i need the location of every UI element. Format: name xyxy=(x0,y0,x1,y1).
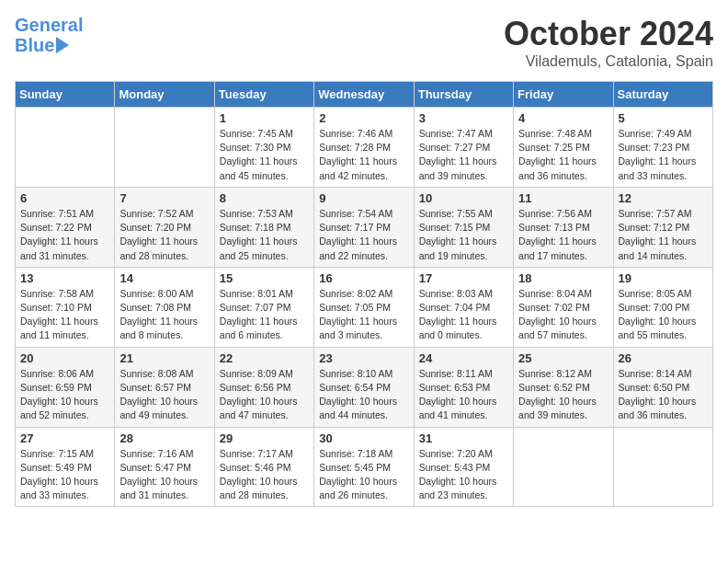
day-number: 9 xyxy=(319,191,408,205)
weekday-header: Friday xyxy=(514,82,613,108)
calendar-cell xyxy=(16,108,115,188)
weekday-header: Saturday xyxy=(613,82,712,108)
day-info: Sunrise: 7:16 AMSunset: 5:47 PMDaylight:… xyxy=(119,447,209,503)
calendar-cell: 20Sunrise: 8:06 AMSunset: 6:59 PMDayligh… xyxy=(16,347,115,427)
day-number: 30 xyxy=(319,431,408,445)
day-number: 4 xyxy=(518,111,608,125)
calendar-cell: 22Sunrise: 8:09 AMSunset: 6:56 PMDayligh… xyxy=(214,347,313,427)
day-number: 1 xyxy=(220,111,309,125)
calendar-cell: 9Sunrise: 7:54 AMSunset: 7:17 PMDaylight… xyxy=(314,187,414,267)
title-area: October 2024 Vilademuls, Catalonia, Spai… xyxy=(504,15,713,70)
weekday-header: Wednesday xyxy=(314,82,414,108)
calendar-cell: 12Sunrise: 7:57 AMSunset: 7:12 PMDayligh… xyxy=(613,187,712,267)
day-info: Sunrise: 7:58 AMSunset: 7:10 PMDaylight:… xyxy=(20,287,109,343)
day-number: 7 xyxy=(119,191,209,205)
day-number: 22 xyxy=(220,351,309,365)
day-info: Sunrise: 7:49 AMSunset: 7:23 PMDaylight:… xyxy=(619,127,708,183)
calendar-cell: 28Sunrise: 7:16 AMSunset: 5:47 PMDayligh… xyxy=(115,427,214,507)
calendar-cell: 10Sunrise: 7:55 AMSunset: 7:15 PMDayligh… xyxy=(414,187,513,267)
day-number: 11 xyxy=(518,191,608,205)
day-number: 28 xyxy=(119,431,209,445)
day-number: 13 xyxy=(20,271,109,285)
logo-text: General xyxy=(15,15,83,35)
location-title: Vilademuls, Catalonia, Spain xyxy=(504,53,713,70)
day-info: Sunrise: 8:00 AMSunset: 7:08 PMDaylight:… xyxy=(119,287,209,343)
calendar-cell: 5Sunrise: 7:49 AMSunset: 7:23 PMDaylight… xyxy=(613,108,712,188)
day-info: Sunrise: 8:12 AMSunset: 6:52 PMDaylight:… xyxy=(518,367,608,423)
calendar-week-row: 13Sunrise: 7:58 AMSunset: 7:10 PMDayligh… xyxy=(16,267,713,347)
day-info: Sunrise: 7:15 AMSunset: 5:49 PMDaylight:… xyxy=(20,447,109,503)
calendar-header-row: SundayMondayTuesdayWednesdayThursdayFrid… xyxy=(16,82,713,108)
day-info: Sunrise: 7:56 AMSunset: 7:13 PMDaylight:… xyxy=(518,207,608,263)
calendar-cell: 26Sunrise: 8:14 AMSunset: 6:50 PMDayligh… xyxy=(613,347,712,427)
day-number: 10 xyxy=(419,191,508,205)
day-info: Sunrise: 8:09 AMSunset: 6:56 PMDaylight:… xyxy=(220,367,309,423)
day-info: Sunrise: 7:52 AMSunset: 7:20 PMDaylight:… xyxy=(119,207,209,263)
logo-blue: Blue xyxy=(15,35,54,55)
weekday-header: Sunday xyxy=(16,82,115,108)
calendar-cell: 16Sunrise: 8:02 AMSunset: 7:05 PMDayligh… xyxy=(314,267,414,347)
day-number: 5 xyxy=(619,111,708,125)
calendar-cell: 19Sunrise: 8:05 AMSunset: 7:00 PMDayligh… xyxy=(613,267,712,347)
calendar-cell: 3Sunrise: 7:47 AMSunset: 7:27 PMDaylight… xyxy=(414,108,513,188)
day-number: 29 xyxy=(220,431,309,445)
day-info: Sunrise: 8:06 AMSunset: 6:59 PMDaylight:… xyxy=(20,367,109,423)
day-info: Sunrise: 8:08 AMSunset: 6:57 PMDaylight:… xyxy=(119,367,209,423)
day-number: 16 xyxy=(319,271,408,285)
calendar-week-row: 1Sunrise: 7:45 AMSunset: 7:30 PMDaylight… xyxy=(16,108,713,188)
day-info: Sunrise: 7:46 AMSunset: 7:28 PMDaylight:… xyxy=(319,127,408,183)
day-info: Sunrise: 7:47 AMSunset: 7:27 PMDaylight:… xyxy=(419,127,508,183)
header: General Blue October 2024 Vilademuls, Ca… xyxy=(15,15,713,70)
day-number: 19 xyxy=(619,271,708,285)
calendar-cell: 29Sunrise: 7:17 AMSunset: 5:46 PMDayligh… xyxy=(214,427,313,507)
day-info: Sunrise: 7:20 AMSunset: 5:43 PMDaylight:… xyxy=(419,447,508,503)
calendar-cell: 13Sunrise: 7:58 AMSunset: 7:10 PMDayligh… xyxy=(16,267,115,347)
calendar-cell: 18Sunrise: 8:04 AMSunset: 7:02 PMDayligh… xyxy=(514,267,613,347)
day-info: Sunrise: 8:11 AMSunset: 6:53 PMDaylight:… xyxy=(419,367,508,423)
day-info: Sunrise: 7:17 AMSunset: 5:46 PMDaylight:… xyxy=(220,447,309,503)
calendar-cell: 7Sunrise: 7:52 AMSunset: 7:20 PMDaylight… xyxy=(115,187,214,267)
calendar-cell: 11Sunrise: 7:56 AMSunset: 7:13 PMDayligh… xyxy=(514,187,613,267)
calendar-cell: 14Sunrise: 8:00 AMSunset: 7:08 PMDayligh… xyxy=(115,267,214,347)
day-number: 6 xyxy=(20,191,109,205)
calendar-cell: 27Sunrise: 7:15 AMSunset: 5:49 PMDayligh… xyxy=(16,427,115,507)
calendar-cell: 15Sunrise: 8:01 AMSunset: 7:07 PMDayligh… xyxy=(214,267,313,347)
day-number: 17 xyxy=(419,271,508,285)
day-info: Sunrise: 8:14 AMSunset: 6:50 PMDaylight:… xyxy=(619,367,708,423)
weekday-header: Tuesday xyxy=(214,82,313,108)
calendar-cell: 8Sunrise: 7:53 AMSunset: 7:18 PMDaylight… xyxy=(214,187,313,267)
day-info: Sunrise: 7:54 AMSunset: 7:17 PMDaylight:… xyxy=(319,207,408,263)
weekday-header: Monday xyxy=(115,82,214,108)
logo: General Blue xyxy=(15,15,83,55)
day-number: 23 xyxy=(319,351,408,365)
day-info: Sunrise: 7:53 AMSunset: 7:18 PMDaylight:… xyxy=(220,207,309,263)
calendar-cell: 2Sunrise: 7:46 AMSunset: 7:28 PMDaylight… xyxy=(314,108,414,188)
calendar-cell: 25Sunrise: 8:12 AMSunset: 6:52 PMDayligh… xyxy=(514,347,613,427)
calendar-cell: 17Sunrise: 8:03 AMSunset: 7:04 PMDayligh… xyxy=(414,267,513,347)
calendar-cell xyxy=(514,427,613,507)
month-title: October 2024 xyxy=(504,15,713,53)
day-number: 2 xyxy=(319,111,408,125)
calendar-cell xyxy=(613,427,712,507)
calendar-cell xyxy=(115,108,214,188)
day-number: 18 xyxy=(518,271,608,285)
day-number: 15 xyxy=(220,271,309,285)
day-info: Sunrise: 7:48 AMSunset: 7:25 PMDaylight:… xyxy=(518,127,608,183)
calendar-table: SundayMondayTuesdayWednesdayThursdayFrid… xyxy=(15,81,713,507)
day-number: 20 xyxy=(20,351,109,365)
day-number: 14 xyxy=(119,271,209,285)
day-number: 27 xyxy=(20,431,109,445)
day-number: 8 xyxy=(220,191,309,205)
calendar-cell: 4Sunrise: 7:48 AMSunset: 7:25 PMDaylight… xyxy=(514,108,613,188)
calendar-cell: 23Sunrise: 8:10 AMSunset: 6:54 PMDayligh… xyxy=(314,347,414,427)
weekday-header: Thursday xyxy=(414,82,513,108)
calendar-week-row: 20Sunrise: 8:06 AMSunset: 6:59 PMDayligh… xyxy=(16,347,713,427)
calendar-cell: 31Sunrise: 7:20 AMSunset: 5:43 PMDayligh… xyxy=(414,427,513,507)
day-info: Sunrise: 8:01 AMSunset: 7:07 PMDaylight:… xyxy=(220,287,309,343)
calendar-cell: 1Sunrise: 7:45 AMSunset: 7:30 PMDaylight… xyxy=(214,108,313,188)
day-info: Sunrise: 7:55 AMSunset: 7:15 PMDaylight:… xyxy=(419,207,508,263)
day-info: Sunrise: 7:57 AMSunset: 7:12 PMDaylight:… xyxy=(619,207,708,263)
day-number: 21 xyxy=(119,351,209,365)
day-number: 24 xyxy=(419,351,508,365)
logo-general: General xyxy=(15,15,83,35)
